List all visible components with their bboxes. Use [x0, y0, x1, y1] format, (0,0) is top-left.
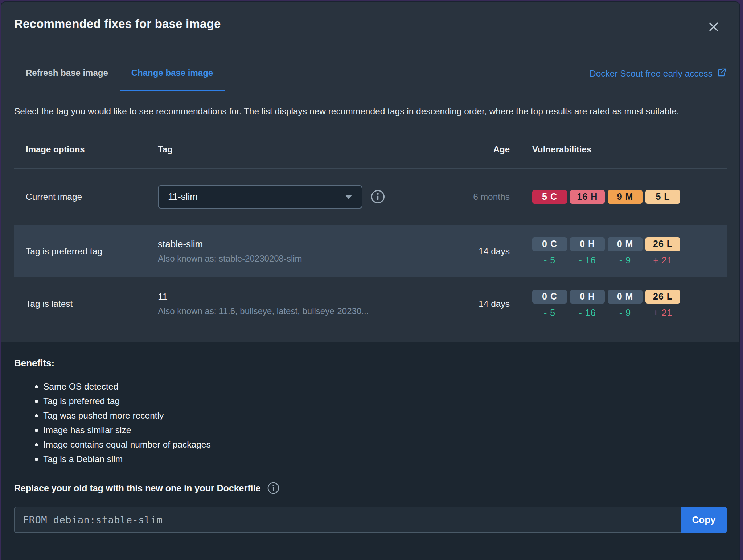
badge-delta: - 9	[608, 255, 643, 265]
badge-medium: 0 M	[608, 237, 643, 251]
badge-low: 26 L	[645, 290, 680, 304]
badge-low: 5 L	[645, 190, 680, 204]
benefit-item: Image has similar size	[14, 423, 727, 437]
tab-change-base-image[interactable]: Change base image	[120, 67, 225, 91]
badge-critical: 5 C	[532, 190, 567, 204]
badge-delta: - 16	[570, 255, 605, 265]
badge-critical: 0 C	[532, 237, 567, 251]
badge-medium: 9 M	[608, 190, 643, 204]
dockerfile-command-box: FROM debian:stable-slim Copy	[14, 507, 727, 533]
dockerfile-info-icon[interactable]	[267, 482, 280, 494]
badge-delta: - 5	[532, 255, 567, 265]
row-option-label: Tag is preferred tag	[14, 246, 158, 256]
close-button[interactable]	[707, 20, 720, 33]
tag-select[interactable]: 11-slim	[158, 185, 362, 209]
benefit-item: Image contains equal number of packages	[14, 437, 727, 452]
page-title: Recommended fixes for base image	[14, 17, 221, 31]
tag-name: 11	[158, 291, 452, 303]
row-current-image: Current image 11-slim 6 months	[14, 169, 727, 225]
dialog-description: Select the tag you would like to see rec…	[14, 104, 725, 119]
close-icon	[707, 29, 720, 34]
current-image-info-icon[interactable]	[370, 189, 385, 204]
badge-delta: - 5	[532, 308, 567, 318]
badge-high: 0 H	[570, 237, 605, 251]
benefits-section: Benefits: Same OS detected Tag is prefer…	[1, 342, 739, 560]
header-image-options: Image options	[14, 144, 158, 155]
dockerfile-command: FROM debian:stable-slim	[23, 514, 163, 526]
row-latest-tag[interactable]: Tag is latest 11 Also known as: 11.6, bu…	[14, 277, 727, 330]
vulnerability-badges: 5 C 16 H 9 M 5 L	[532, 190, 727, 204]
tag-aliases: Also known as: 11.6, bullseye, latest, b…	[158, 305, 452, 317]
age-value: 14 days	[452, 246, 532, 256]
external-link-icon	[717, 67, 727, 80]
badge-critical: 0 C	[532, 290, 567, 304]
docker-scout-link-label: Docker Scout free early access	[590, 68, 713, 79]
table-header-row: Image options Tag Age Vulnerabilities	[14, 144, 727, 169]
row-preferred-tag[interactable]: Tag is preferred tag stable-slim Also kn…	[14, 225, 727, 277]
age-value: 6 months	[452, 192, 532, 202]
dialog-top-section: Recommended fixes for base image Refresh…	[1, 2, 739, 342]
tab-bar: Refresh base image Change base image Doc…	[14, 67, 727, 91]
benefits-list: Same OS detected Tag is preferred tag Ta…	[14, 379, 727, 466]
row-option-label: Tag is latest	[14, 299, 158, 309]
copy-button[interactable]: Copy	[681, 507, 727, 533]
badge-delta: - 9	[608, 308, 643, 318]
tag-name: stable-slim	[158, 238, 452, 250]
badge-delta: + 21	[645, 308, 680, 318]
vulnerability-badges: 0 C - 5 0 H - 16 0 M - 9 26 L + 21	[532, 290, 727, 318]
header-age: Age	[452, 144, 532, 155]
tag-select-value: 11-slim	[168, 191, 198, 202]
benefit-item: Tag is a Debian slim	[14, 452, 727, 466]
replace-tag-heading: Replace your old tag with this new one i…	[14, 482, 260, 494]
header-tag: Tag	[158, 144, 452, 155]
age-value: 14 days	[452, 299, 532, 309]
benefits-title: Benefits:	[14, 357, 727, 369]
badge-delta: + 21	[645, 255, 680, 265]
badge-high: 0 H	[570, 290, 605, 304]
tag-aliases: Also known as: stable-20230208-slim	[158, 253, 452, 264]
badge-high: 16 H	[570, 190, 605, 204]
recommendations-table: Image options Tag Age Vulnerabilities Cu…	[14, 144, 727, 330]
badge-delta: - 16	[570, 308, 605, 318]
benefit-item: Same OS detected	[14, 379, 727, 394]
badge-low: 26 L	[645, 237, 680, 251]
badge-medium: 0 M	[608, 290, 643, 304]
vulnerability-badges: 0 C - 5 0 H - 16 0 M - 9 26 L + 21	[532, 237, 727, 265]
chevron-down-icon	[345, 195, 352, 199]
recommended-fixes-dialog: Recommended fixes for base image Refresh…	[1, 1, 740, 560]
header-vulnerabilities: Vulnerabilities	[532, 144, 727, 155]
benefit-item: Tag is preferred tag	[14, 394, 727, 408]
docker-scout-link[interactable]: Docker Scout free early access	[590, 67, 727, 80]
tab-refresh-base-image[interactable]: Refresh base image	[14, 67, 120, 91]
row-option-label: Current image	[14, 192, 158, 202]
benefit-item: Tag was pushed more recently	[14, 408, 727, 423]
